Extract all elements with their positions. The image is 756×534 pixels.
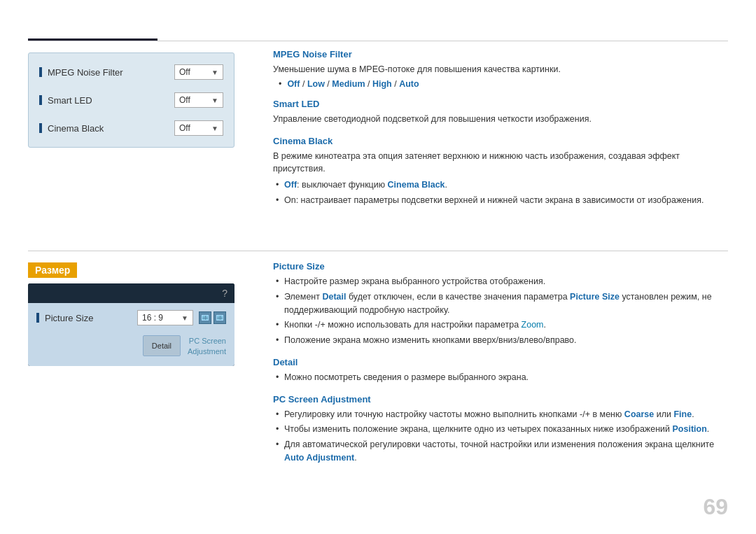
picture-size-info-section: Picture Size Настройте размер экрана выб… [273, 261, 728, 347]
chevron-down-icon: ▼ [211, 125, 218, 132]
mpeg-noise-select[interactable]: Off ▼ [174, 64, 223, 80]
razmer-label: Размер [28, 262, 77, 278]
smart-led-info-desc: Управление светодиодной подсветкой для п… [273, 113, 728, 126]
pc-bullet-1: Регулировку или точную настройку частоты… [273, 408, 728, 421]
cinema-bullet-2: On: настраивает параметры подсветки верх… [273, 194, 728, 207]
cinema-black-select[interactable]: Off ▼ [174, 120, 223, 136]
cinema-black-info-section: Cinema Black В режиме кинотеатра эта опц… [273, 136, 728, 207]
mpeg-noise-label: MPEG Noise Filter [39, 67, 174, 78]
smart-led-select[interactable]: Off ▼ [174, 92, 223, 108]
pc-bullet-3: Для автоматической регулировки частоты, … [273, 438, 728, 465]
mpeg-info-section: MPEG Noise Filter Уменьшение шума в MPEG… [273, 49, 728, 89]
picture-bullet-3: Кнопки -/+ можно использовать для настро… [273, 318, 728, 332]
chevron-down-icon: ▼ [211, 69, 218, 76]
smart-led-label: Smart LED [39, 95, 174, 106]
panel-buttons: Detail PC ScreenAdjustment [36, 332, 226, 359]
pc-screen-label: PC ScreenAdjustment [188, 335, 226, 356]
pc-screen-info-section: PC Screen Adjustment Регулировку или точ… [273, 394, 728, 465]
smart-led-info-section: Smart LED Управление светодиодной подсве… [273, 99, 728, 126]
chevron-down-icon: ▼ [211, 97, 218, 104]
cinema-bullet-1: Off: выключает функцию Cinema Black. [273, 178, 728, 192]
aspect-ratio-icons [199, 311, 226, 324]
detail-info-section: Detail Можно посмотреть сведения о разме… [273, 357, 728, 384]
row-indicator [39, 123, 42, 133]
section-divider [28, 251, 728, 251]
row-indicator [39, 95, 42, 105]
info-panel-bottom: Picture Size Настройте размер экрана выб… [273, 261, 728, 475]
detail-info-title: Detail [273, 357, 728, 367]
smart-led-row: Smart LED Off ▼ [39, 90, 223, 111]
mpeg-noise-row: MPEG Noise Filter Off ▼ [39, 62, 223, 83]
info-panel-top: MPEG Noise Filter Уменьшение шума в MPEG… [273, 49, 728, 217]
pc-bullet-2: Чтобы изменить положение экрана, щелкнит… [273, 423, 728, 436]
aspect-icon-1[interactable] [199, 311, 211, 324]
picture-size-info-title: Picture Size [273, 261, 728, 272]
picture-size-row: Picture Size 16 : 9 ▼ [36, 310, 226, 325]
help-icon[interactable]: ? [222, 288, 227, 299]
mpeg-info-title: MPEG Noise Filter [273, 49, 728, 59]
mpeg-info-desc: Уменьшение шума в MPEG-потоке для повыше… [273, 63, 728, 76]
aspect-icon-2[interactable] [214, 311, 226, 324]
settings-panel-top: MPEG Noise Filter Off ▼ Smart LED Off ▼ … [28, 52, 234, 148]
panel-content: Picture Size 16 : 9 ▼ [28, 303, 234, 366]
mpeg-options: Off / Low / Medium / High / Auto [279, 79, 728, 89]
picture-bullet-4: Положение экрана можно изменить кнопками… [273, 334, 728, 347]
smart-led-info-title: Smart LED [273, 99, 728, 109]
cinema-black-info-desc: В режиме кинотеатра эта опция затеняет в… [273, 150, 728, 176]
pc-screen-info-title: PC Screen Adjustment [273, 394, 728, 405]
picture-size-select[interactable]: 16 : 9 ▼ [137, 310, 193, 325]
picture-bullet-1: Настройте размер экрана выбранного устро… [273, 275, 728, 288]
page-number: 69 [703, 494, 728, 520]
cinema-black-row: Cinema Black Off ▼ [39, 118, 223, 139]
cinema-black-label: Cinema Black [39, 123, 174, 134]
cinema-black-info-title: Cinema Black [273, 136, 728, 146]
panel-header: ? [28, 283, 234, 303]
picture-bullet-2: Элемент Detail будет отключен, если в ка… [273, 290, 728, 317]
picture-size-label: Picture Size [36, 313, 137, 323]
chevron-down-icon: ▼ [181, 314, 188, 322]
row-indicator [39, 67, 42, 77]
row-indicator [36, 313, 39, 323]
detail-button[interactable]: Detail [143, 335, 181, 356]
bottom-settings-panel: ? Picture Size 16 : 9 ▼ [28, 283, 234, 366]
detail-bullet: Можно посмотреть сведения о размере выбр… [273, 371, 728, 384]
